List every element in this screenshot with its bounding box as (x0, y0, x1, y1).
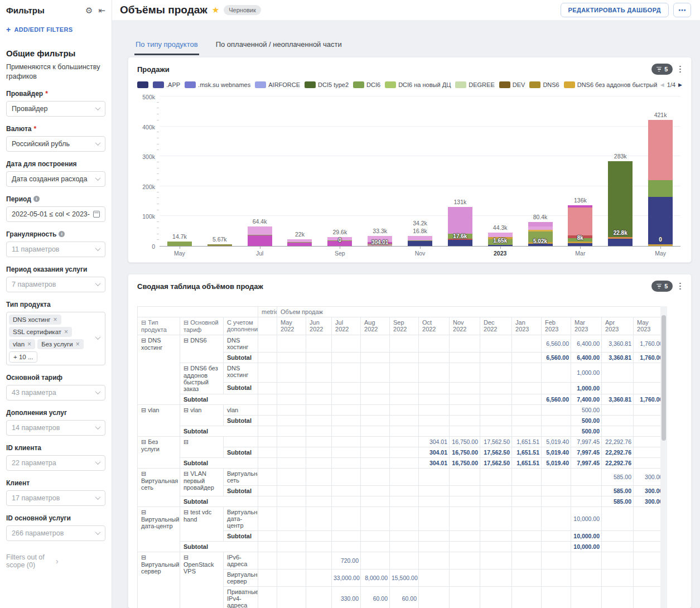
chart-filters-pill[interactable]: 5 (651, 64, 673, 75)
value-cell (390, 552, 419, 570)
bar-sep-2022[interactable]: 29.6k (320, 97, 360, 246)
value-cell (332, 486, 361, 496)
remove-chip-icon[interactable]: × (76, 341, 80, 348)
vertical-scrollbar[interactable]: ▼ (660, 306, 667, 608)
filter-select-provider[interactable]: Провайдер (6, 101, 105, 117)
value-cell (332, 531, 361, 542)
filter-select-build-date[interactable]: Дата создания расхода (6, 171, 105, 187)
value-cell (277, 447, 306, 458)
table-filters-pill[interactable]: 5 (651, 281, 673, 292)
expandable-row-header[interactable]: ⊟ Виртуальный дата-центр (138, 507, 180, 552)
filter-multiselect-product-type[interactable]: DNS хостинг×SSL сертификат×vlan×Без услу… (6, 312, 105, 365)
more-actions-button[interactable]: ⋯ (673, 3, 691, 17)
bar-may-2023[interactable]: 421k (640, 97, 680, 246)
bar-jul-2022[interactable]: 64.4k (240, 97, 280, 246)
filter-chip[interactable]: DNS хостинг× (9, 315, 61, 325)
value-cell (306, 486, 332, 496)
expandable-row-header[interactable]: ⊟ test vdc hand (180, 507, 224, 542)
filter-select-service-addons[interactable]: 14 параметров (6, 420, 105, 436)
tab-by-paid-part[interactable]: По оплаченной / неоплаченной части (215, 37, 343, 55)
value-cell (419, 335, 450, 353)
filter-select-main-service-id[interactable]: 266 параметров (6, 525, 105, 541)
row-header-cell[interactable]: С учетом дополнений (224, 317, 258, 335)
add-edit-filters-link[interactable]: + ADD/EDIT FILTERS (6, 25, 105, 34)
bar-oct-2022[interactable]: 33.3k (360, 97, 400, 246)
y-minor-tick (157, 144, 159, 144)
gear-icon[interactable]: ⚙ (85, 6, 93, 15)
filter-label-base-tariff: Основной тариф (6, 374, 105, 382)
value-cell (277, 496, 306, 507)
row-header-cell[interactable]: ⊟ Основной тариф (180, 317, 224, 335)
bar-nov-2022[interactable]: 34.2k16.8k (400, 97, 440, 246)
filter-select-service-period[interactable]: 7 параметров (6, 277, 105, 292)
legend-item-dci6[interactable]: DCI6 (353, 81, 380, 88)
expandable-row-header[interactable]: ⊟ Без услуги (138, 437, 180, 469)
legend-item-degree[interactable]: DEGREE (455, 81, 494, 88)
legend-prev-icon[interactable]: ◀ (660, 82, 664, 88)
expandable-row-header[interactable]: ⊟ (180, 437, 224, 458)
legend-item-dci5-type2[interactable]: DCI5 type2 (305, 81, 349, 88)
legend-item--msk-su-webnames[interactable]: .msk.su webnames (185, 81, 250, 88)
edit-dashboard-button[interactable]: РЕДАКТИРОВАТЬ ДАШБОРД (561, 3, 669, 17)
row-header-cell[interactable]: ⊟ Тип продукта (138, 317, 180, 335)
value-cell (480, 552, 512, 570)
legend-item-dns6-[interactable]: DNS6 без аддонов быстрый заказ (564, 81, 657, 88)
bar-aug-2022[interactable]: 22k (280, 97, 320, 246)
filter-select-granularity[interactable]: 11 параметров (6, 242, 105, 257)
remove-chip-icon[interactable]: × (64, 329, 68, 335)
expandable-row-header[interactable]: ⊟ VLAN первый провайдер (180, 469, 224, 496)
expandable-row-header[interactable]: ⊟ DNS6 (180, 335, 224, 363)
filters-out-of-scope-link[interactable]: Filters out of scope (0) › (6, 553, 105, 569)
expandable-row-header[interactable]: ⊟ DNS хостинг (138, 335, 180, 405)
filter-select-period[interactable]: 2022-05-01 ≤ col < 2023-0... (6, 206, 105, 222)
value-cell (419, 496, 450, 507)
legend-item-dci6-[interactable]: DCI6 на новый ДЦ (385, 81, 451, 88)
expandable-row-header[interactable]: ⊟ vlan (180, 405, 224, 426)
bar-apr-2023[interactable]: 283k (600, 97, 640, 246)
table-card-actions: 5 (651, 281, 682, 292)
x-axis-label: 2023 (494, 250, 506, 257)
bar-may-2022[interactable]: 14.7k (160, 97, 200, 246)
legend-item-dns6[interactable]: DNS6 (529, 81, 559, 88)
x-axis-label: May (174, 250, 185, 257)
expandable-row-header[interactable]: ⊟ Виртуальная сеть (138, 469, 180, 507)
more-chips-button[interactable]: + 10 ... (9, 351, 37, 363)
row-label-cell: DNS хостинг (224, 363, 258, 383)
expandable-row-header[interactable]: ⊟ DNS6 без аддонов быстрый заказ (180, 363, 224, 394)
filter-chip[interactable]: SSL сертификат× (9, 327, 72, 337)
remove-chip-icon[interactable]: × (53, 316, 57, 323)
month-header-cell: Aug 2022 (361, 317, 390, 335)
filter-select-client[interactable]: 17 параметров (6, 490, 105, 506)
filter-select-currency[interactable]: Российский рубль (6, 136, 105, 152)
filter-select-base-tariff[interactable]: 43 параметра (6, 385, 105, 400)
chart-menu-kebab-icon[interactable] (678, 65, 682, 74)
expandable-row-header[interactable]: ⊟ Виртуальный сервер (138, 552, 180, 608)
bar-mar-2023[interactable]: 136k (560, 97, 600, 246)
expandable-row-header[interactable]: ⊟ OpenStack VPS (180, 552, 224, 608)
collapse-sidebar-icon[interactable]: ⇤ (98, 6, 105, 15)
legend-item--app[interactable]: .APP (153, 81, 180, 88)
metric-cell (258, 496, 277, 507)
filter-chip[interactable]: Без услуги× (37, 339, 84, 349)
legend-next-icon[interactable]: ▶ (678, 82, 682, 88)
legend-item-airforce[interactable]: AIRFORCE (255, 81, 300, 88)
month-header-cell: Dec 2022 (480, 317, 512, 335)
bar-jan-2023[interactable]: 44.3k (480, 97, 520, 246)
filter-chip[interactable]: vlan× (9, 339, 35, 349)
row-label-cell: DNS хостинг (224, 335, 258, 353)
tab-by-product-type[interactable]: По типу продуктов (134, 37, 199, 55)
legend-item-dev[interactable]: DEV (499, 81, 525, 88)
y-minor-tick (157, 102, 159, 103)
filter-select-client-id[interactable]: 22 параметра (6, 455, 105, 471)
bar-feb-2023[interactable]: 80.4k (520, 97, 561, 246)
table-menu-kebab-icon[interactable] (678, 282, 682, 291)
value-cell (361, 542, 390, 552)
favorite-star-icon[interactable]: ★ (212, 5, 219, 15)
bar-dec-2022[interactable]: 131k (440, 97, 480, 246)
value-cell (480, 507, 512, 531)
remove-chip-icon[interactable]: × (27, 341, 31, 348)
legend-item-empty[interactable] (137, 81, 148, 88)
bar-jun-2022[interactable]: 5.67k (200, 97, 240, 246)
vertical-scrollbar-thumb[interactable] (662, 315, 666, 441)
expandable-row-header[interactable]: ⊟ vlan (138, 405, 180, 437)
